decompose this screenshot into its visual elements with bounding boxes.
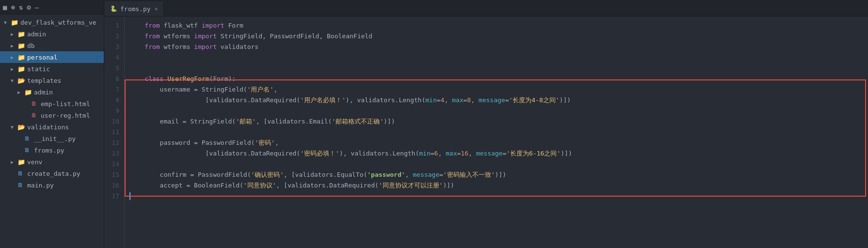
code-line-13: [validators.DataRequired('密码必填！'), valid…: [129, 148, 868, 159]
code-token: ,: [444, 95, 452, 106]
code-token: 4: [441, 95, 445, 106]
main-label: main.py: [27, 182, 54, 189]
validations-label: validations: [27, 124, 69, 131]
spacer: [17, 136, 24, 141]
sidebar-toolbar: ▦ ⊕ ⇅ ⚙ —: [0, 0, 104, 15]
code-token: 16: [461, 148, 468, 159]
py-tab-icon: 🐍: [110, 5, 117, 12]
code-token: UserRegForm: [167, 74, 209, 84]
sort-icon[interactable]: ⇅: [19, 3, 23, 11]
sidebar-item-init[interactable]: 🗎 __init__.py: [0, 133, 104, 144]
code-line-8: [validators.DataRequired('用户名必填！'), vali…: [129, 95, 868, 106]
line-num: 5: [104, 63, 119, 74]
sidebar-item-admin[interactable]: ▶ 📁 admin: [0, 28, 104, 40]
sidebar-item-db[interactable]: ▶ 📁 db: [0, 40, 104, 51]
folder-open-icon: 📂: [17, 77, 25, 84]
code-token: password = PasswordField(: [129, 138, 255, 148]
line-num: 16: [104, 180, 119, 191]
init-label: __init__.py: [34, 135, 76, 142]
code-token: ,: [438, 148, 446, 159]
code-area[interactable]: from flask_wtf import Form from wtforms …: [125, 16, 868, 248]
refresh-icon[interactable]: ⊕: [11, 3, 15, 11]
code-token: ,: [405, 170, 413, 180]
sidebar-root-title[interactable]: ▼ 📁 dev_flask_wtforms_ve: [0, 16, 104, 28]
code-token: ,: [273, 84, 277, 95]
editor-area: 🐍 froms.py × 1 2 3 4 5 6 7 8 9 10 11 12 …: [104, 0, 868, 248]
code-token: '密码必填！': [300, 148, 339, 159]
code-token: min: [419, 148, 430, 159]
sidebar-item-templates[interactable]: ▼ 📂 templates: [0, 75, 104, 86]
folder-icon: 📁: [17, 65, 25, 72]
arrow-right-icon: ▶: [17, 90, 24, 95]
code-token: ,: [468, 148, 476, 159]
code-token: [129, 42, 145, 52]
froms-label: froms.py: [34, 147, 64, 154]
tab-froms[interactable]: 🐍 froms.py ×: [104, 1, 164, 16]
code-token: '密码': [255, 138, 275, 148]
arrow-right-icon: ▶: [11, 159, 17, 165]
code-line-10: email = StringField('邮箱', [validators.Em…: [129, 116, 868, 127]
py-file-icon: 🗎: [17, 170, 25, 177]
line-num: 2: [104, 31, 119, 42]
code-token: from: [145, 20, 160, 31]
line-num: 13: [104, 148, 119, 159]
sidebar-item-create-data[interactable]: 🗎 create_data.py: [0, 168, 104, 179]
code-token: message: [479, 95, 505, 106]
code-token: 'password': [367, 170, 405, 180]
code-token: ), validators.Length(: [339, 148, 419, 159]
create-data-label: create_data.py: [27, 170, 80, 177]
code-token: )]): [560, 95, 571, 106]
code-token: [129, 31, 145, 42]
code-token: StringField, PasswordField, BooleanField: [217, 31, 372, 42]
code-token: confirm = PasswordField(: [129, 170, 251, 180]
code-token: 8: [467, 95, 471, 106]
sidebar-item-main[interactable]: 🗎 main.py: [0, 179, 104, 191]
code-token: '长度为4-8之间': [509, 95, 559, 106]
sidebar-item-emp-list[interactable]: 🗎 emp-list.html: [0, 98, 104, 109]
code-token: =: [457, 148, 461, 159]
code-token: wtforms: [160, 42, 194, 52]
line-num: 14: [104, 159, 119, 170]
code-line-7: username = StringField('用户名',: [129, 84, 868, 95]
folder-icon: 📁: [11, 19, 18, 26]
sidebar-item-templates-admin[interactable]: ▶ 📁 admin: [0, 86, 104, 98]
settings-icon[interactable]: ⚙: [27, 3, 31, 11]
code-line-3: from wtforms import validators: [129, 42, 868, 52]
code-token: , [validators.DataRequired(: [276, 180, 378, 191]
line-num: 1: [104, 20, 119, 31]
code-token: , [validators.Email(: [256, 116, 332, 127]
code-line-14: [129, 159, 868, 170]
code-token: (Form):: [209, 74, 236, 84]
code-line-12: password = PasswordField('密码',: [129, 138, 868, 148]
code-token: ), validators.Length(: [346, 95, 425, 106]
sidebar-item-froms[interactable]: 🗎 froms.py: [0, 144, 104, 156]
line-num: 3: [104, 42, 119, 52]
folder-icon: 📁: [17, 54, 25, 61]
code-token: )]): [495, 170, 506, 180]
sidebar-item-personal[interactable]: ▶ 📁 personal: [0, 51, 104, 63]
personal-label: personal: [27, 54, 58, 61]
code-token: ,: [275, 138, 279, 148]
sidebar-item-venv[interactable]: ▶ 📁 venv: [0, 156, 104, 168]
code-token: message: [413, 170, 439, 180]
minimize-icon[interactable]: —: [35, 3, 39, 11]
code-token: '用户名必填！': [300, 95, 346, 106]
spacer: [24, 101, 31, 107]
code-line-5: [129, 63, 868, 74]
code-token: =: [439, 170, 443, 180]
code-token: [validators.DataRequired(: [129, 148, 300, 159]
code-token: validators: [217, 42, 258, 52]
sidebar-item-static[interactable]: ▶ 📁 static: [0, 63, 104, 75]
code-token: =: [437, 95, 441, 106]
code-token: email = StringField(: [129, 116, 236, 127]
grid-icon[interactable]: ▦: [3, 3, 7, 11]
arrow-right-icon: ▶: [11, 55, 17, 60]
line-num: 4: [104, 52, 119, 63]
sidebar-item-validations[interactable]: ▼ 📂 validations: [0, 121, 104, 133]
templates-label: templates: [27, 77, 61, 84]
code-token: )]): [561, 148, 572, 159]
code-token: )]): [384, 116, 395, 127]
tab-close-icon[interactable]: ×: [155, 6, 158, 12]
sidebar-item-user-reg[interactable]: 🗎 user-reg.html: [0, 109, 104, 121]
line-num: 17: [104, 191, 119, 202]
